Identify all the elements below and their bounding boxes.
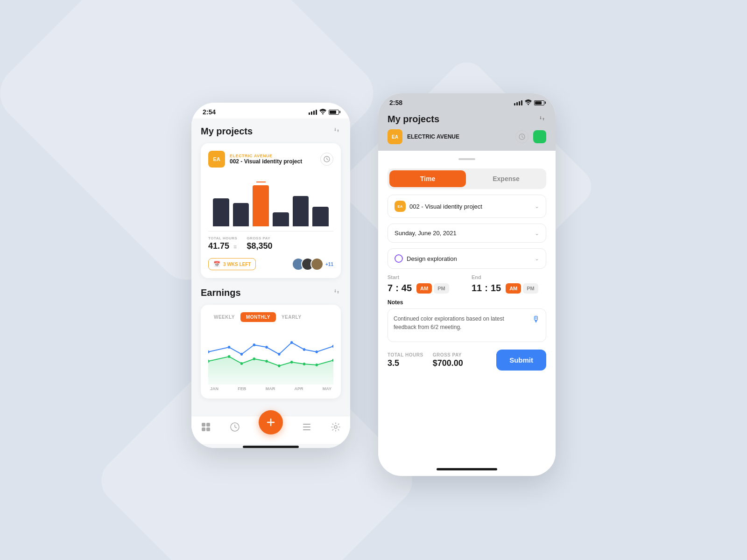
time-expense-toggle: Time Expense [388, 168, 546, 189]
signal-bar-1 [309, 112, 310, 115]
time-section: Start 7 : 45 AM PM End [388, 274, 546, 294]
gross-pay-stat: GROSS PAY $8,350 [247, 236, 272, 251]
stats-row: TOTAL HOURS 41.75 ≡ GROSS PAY $8,350 [208, 236, 333, 251]
svg-rect-31 [202, 423, 205, 427]
start-pm-btn[interactable]: PM [434, 283, 449, 294]
end-label: End [472, 274, 546, 280]
svg-line-50 [522, 137, 523, 138]
wifi-icon-1 [319, 109, 326, 116]
tab-yearly[interactable]: YEARLY [276, 312, 307, 322]
phone2-title: My projects [388, 114, 439, 125]
earnings-header: Earnings [201, 287, 341, 298]
notes-text: Continued color explorations based on la… [394, 315, 528, 331]
svg-point-14 [253, 357, 255, 360]
tab-weekly[interactable]: WEEKLY [208, 312, 240, 322]
time-toggle-btn[interactable]: Time [389, 170, 466, 187]
earnings-card: WEEKLY MONTHLY YEARLY [201, 305, 341, 399]
clock-icon-2[interactable] [515, 130, 529, 143]
footer-pay: GROSS PAY $700.00 [433, 352, 463, 368]
svg-rect-41 [303, 427, 310, 427]
chart-bar-4 [273, 212, 289, 226]
notes-box[interactable]: Continued color explorations based on la… [388, 308, 546, 342]
tab-monthly[interactable]: MONTHLY [240, 312, 276, 322]
start-am-btn[interactable]: AM [416, 283, 432, 294]
nav-clock-icon[interactable] [230, 422, 240, 434]
start-sep: : [395, 283, 399, 294]
project-card-header: EA ELECTRIC AVENUE 002 - Visual identity… [208, 151, 333, 168]
wifi-icon-2 [525, 99, 532, 106]
project-company: ELECTRIC AVENUE [230, 154, 316, 158]
end-hours[interactable]: 11 [472, 283, 482, 294]
end-am-btn[interactable]: AM [506, 283, 521, 294]
battery-icon-2 [534, 100, 544, 105]
gross-pay-value: $8,350 [247, 241, 272, 251]
filter-icon-3[interactable] [538, 114, 546, 125]
svg-point-27 [290, 341, 293, 344]
footer-hours-label: TOTAL HOURS [388, 352, 423, 357]
signal-bar-4 [316, 110, 317, 115]
clock-icon-1[interactable] [320, 153, 333, 166]
chart-bar-3 [253, 185, 269, 226]
weeks-badge: 📅 3 WKS LEFT [208, 258, 256, 270]
signal-bar-2-4 [521, 100, 522, 105]
project-dropdown-label: 002 - Visual identity project [409, 203, 482, 210]
svg-point-30 [332, 345, 333, 348]
weeks-left-text: 3 WKS LEFT [223, 262, 251, 267]
end-minutes[interactable]: 15 [491, 283, 501, 294]
submit-button[interactable]: Submit [496, 350, 546, 371]
chart-x-labels: JAN FEB MAR APR MAY [208, 385, 333, 391]
task-dropdown[interactable]: Design exploration ⌄ [388, 248, 546, 269]
phone-1: 2:54 [191, 103, 350, 448]
start-minutes[interactable]: 45 [402, 283, 412, 294]
project-name: 002 - Visual identity project [230, 158, 316, 165]
svg-point-17 [290, 361, 293, 364]
svg-point-28 [303, 348, 305, 351]
earnings-tabs: WEEKLY MONTHLY YEARLY [208, 312, 333, 322]
projects-header: My projects [201, 126, 341, 137]
phone2-section-header: My projects [388, 114, 546, 125]
svg-line-6 [327, 159, 328, 160]
phones-container: 2:54 [191, 103, 556, 476]
end-pm-btn[interactable]: PM [523, 283, 538, 294]
active-indicator [533, 130, 546, 143]
start-hours[interactable]: 7 [388, 283, 393, 294]
total-hours-label: TOTAL HOURS [208, 236, 237, 240]
svg-point-12 [228, 355, 230, 358]
bottom-nav-1 [191, 416, 350, 444]
signal-bar-2-2 [516, 102, 518, 105]
end-time-row: 11 : 15 AM PM [472, 283, 546, 294]
nav-settings-icon[interactable] [331, 422, 341, 434]
date-dropdown[interactable]: Sunday, June 20, 2021 ⌄ [388, 224, 546, 243]
footer-hours: TOTAL HOURS 3.5 [388, 352, 423, 368]
fab-button[interactable] [259, 410, 283, 434]
avatars-group: +11 [292, 258, 333, 271]
svg-point-16 [278, 364, 280, 367]
filter-icon-1[interactable] [332, 126, 341, 137]
date-chevron: ⌄ [535, 230, 539, 237]
task-dropdown-label: Design exploration [407, 255, 457, 262]
sheet-footer: TOTAL HOURS 3.5 GROSS PAY $700.00 Submit [388, 350, 546, 371]
footer-pay-val: $700.00 [433, 358, 463, 368]
phone-2: 2:58 [378, 93, 556, 476]
svg-rect-40 [303, 424, 310, 425]
project-chevron: ⌄ [535, 203, 539, 210]
filter-icon-2[interactable] [332, 287, 341, 298]
filter-icon-stat: ≡ [233, 244, 237, 250]
expense-toggle-btn[interactable]: Expense [468, 170, 544, 187]
project-badge: EA [395, 201, 406, 212]
svg-rect-42 [303, 429, 310, 430]
mic-icon[interactable]: 🎙 [532, 315, 540, 324]
svg-point-19 [316, 364, 318, 366]
svg-point-24 [253, 343, 255, 346]
nav-list-icon[interactable] [302, 422, 312, 434]
project-dropdown[interactable]: EA 002 - Visual identity project ⌄ [388, 195, 546, 218]
chart-bar-1 [213, 198, 229, 226]
status-icons-2 [514, 99, 544, 106]
svg-point-21 [208, 350, 210, 353]
project-card: EA ELECTRIC AVENUE 002 - Visual identity… [201, 143, 341, 278]
sheet-handle [458, 158, 475, 160]
signal-bar-3 [313, 111, 315, 115]
status-icons-1 [309, 109, 339, 116]
task-circle-icon [395, 254, 403, 263]
nav-grid-icon[interactable] [201, 422, 211, 434]
